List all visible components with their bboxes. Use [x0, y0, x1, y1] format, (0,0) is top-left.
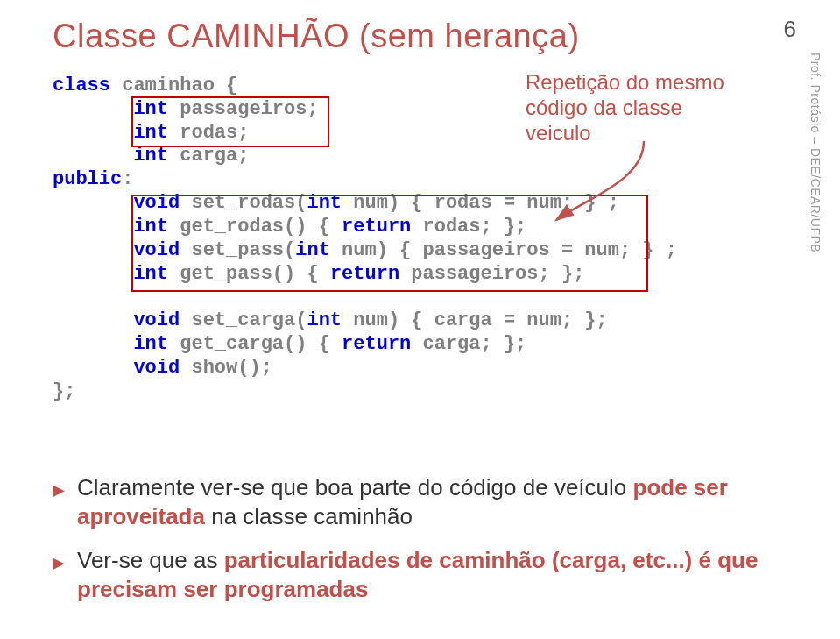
code-text: num) { carga = num; }; — [342, 309, 608, 331]
keyword: return — [330, 263, 399, 285]
annotation-label: Repetição do mesmo código da classe veic… — [526, 70, 727, 146]
keyword: return — [342, 333, 411, 355]
keyword: void — [133, 309, 180, 331]
keyword: return — [342, 216, 411, 238]
code-text: set_pass( — [180, 239, 295, 261]
code-text: get_pass() { — [168, 263, 330, 285]
bullet-text: Ver-se que as particularidades de caminh… — [77, 546, 780, 603]
keyword: int — [133, 333, 168, 355]
keyword: public — [53, 168, 122, 190]
code-text: caminhao { — [110, 75, 237, 96]
keyword: int — [295, 239, 330, 261]
keyword: int — [307, 192, 342, 214]
code-text: show(); — [180, 357, 272, 379]
page-number: 6 — [784, 16, 796, 43]
code-text: set_rodas( — [180, 192, 307, 214]
text-run: Ver-se que as — [77, 547, 224, 573]
keyword: void — [133, 357, 180, 379]
code-text: get_rodas() { — [168, 216, 342, 238]
keyword: class — [53, 75, 110, 96]
keyword: int — [133, 122, 168, 144]
code-text: rodas; — [168, 122, 249, 144]
bullet-marker-icon: ▶ — [53, 553, 65, 572]
bullet-text: Claramente ver-se que boa parte do códig… — [77, 473, 780, 530]
list-item: ▶ Claramente ver-se que boa parte do cód… — [53, 473, 780, 530]
code-text: set_carga( — [180, 309, 307, 331]
keyword: int — [307, 309, 342, 331]
bullet-marker-icon: ▶ — [53, 480, 65, 500]
code-text: passageiros; }; — [399, 263, 584, 285]
code-text: }; — [53, 380, 75, 402]
code-text: carga; }; — [411, 333, 526, 355]
keyword: int — [133, 145, 168, 167]
text-run: na classe caminhão — [205, 503, 413, 529]
footer-credit: Prof. Protásio – DEE/CEAR/UFPB — [808, 53, 822, 252]
code-text: rodas; }; — [411, 216, 526, 238]
code-text: num) { rodas = num; } ; — [342, 192, 619, 214]
code-text: passageiros; — [168, 98, 319, 120]
code-text: num) { passageiros = num; } ; — [330, 239, 677, 261]
code-text: carga; — [168, 145, 249, 167]
code-text: : — [122, 168, 133, 190]
keyword: void — [133, 239, 180, 261]
code-text: get_carga() { — [168, 333, 342, 355]
keyword: int — [133, 98, 168, 120]
text-run: Claramente ver-se que boa parte do códig… — [77, 474, 633, 501]
keyword: int — [133, 216, 168, 238]
keyword: void — [133, 192, 180, 214]
slide-title: Classe CAMINHÃO (sem herança) — [53, 18, 580, 55]
keyword: int — [133, 263, 168, 285]
bullet-list: ▶ Claramente ver-se que boa parte do cód… — [53, 473, 780, 619]
list-item: ▶ Ver-se que as particularidades de cami… — [53, 546, 780, 603]
